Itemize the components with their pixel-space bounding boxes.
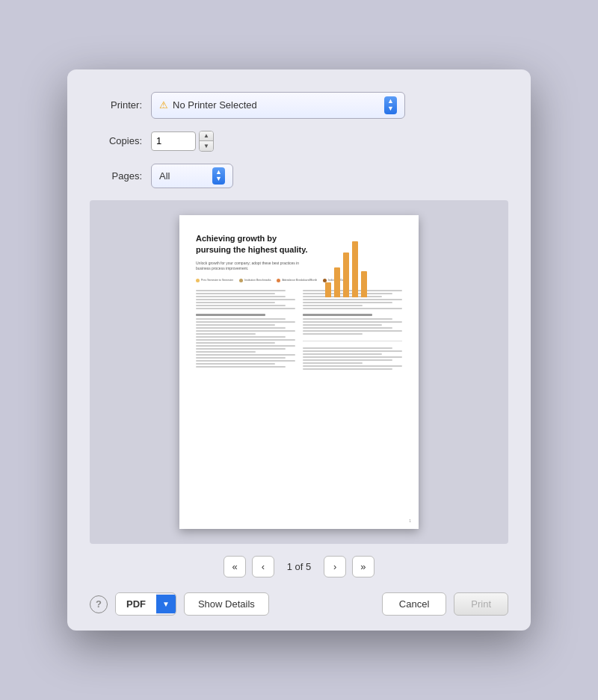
warning-icon: ⚠ — [159, 99, 168, 111]
body-line — [196, 357, 286, 359]
chart-bar — [352, 241, 358, 297]
chart-bar — [334, 267, 340, 297]
body-line — [303, 353, 382, 355]
pdf-arrow-button[interactable]: ▼ — [156, 595, 176, 613]
pages-select[interactable]: All ▲ ▼ — [151, 164, 233, 189]
printer-value: No Printer Selected — [173, 99, 378, 111]
copies-input-group: ▲ ▼ — [151, 131, 214, 152]
body-line — [196, 299, 295, 300]
chart-bar — [325, 282, 331, 297]
legend-item-3: Attendance Breakdown/Month — [277, 279, 317, 282]
preview-page-number: 1 — [409, 518, 411, 523]
cancel-button[interactable]: Cancel — [382, 592, 446, 616]
body-line — [196, 327, 286, 329]
pagination: « ‹ 1 of 5 › » — [90, 556, 508, 577]
legend-item-2: Institution Benchmarks — [239, 279, 271, 282]
body-line — [196, 305, 286, 306]
next-page-button[interactable]: › — [324, 556, 346, 577]
body-line — [196, 351, 256, 353]
body-line — [196, 318, 286, 320]
body-line — [196, 324, 275, 326]
printer-stepper[interactable]: ▲ ▼ — [384, 96, 397, 114]
preview-title: Achieving growth by pursuing the highest… — [196, 233, 309, 255]
copies-label: Copies: — [90, 135, 142, 146]
chart-group-5 — [361, 271, 367, 297]
section-heading — [196, 314, 265, 316]
body-line — [303, 330, 402, 332]
pages-down-arrow: ▼ — [215, 176, 222, 183]
first-page-button[interactable]: « — [224, 556, 245, 577]
chart-group-2 — [334, 267, 340, 297]
pdf-button-group: PDF ▼ — [115, 592, 176, 616]
preview-chart — [325, 230, 411, 297]
pages-row: Pages: All ▲ ▼ — [90, 164, 508, 189]
legend-label-2: Institution Benchmarks — [244, 279, 271, 282]
legend-dot-2 — [239, 279, 243, 282]
page-info: 1 of 5 — [280, 561, 318, 572]
page-preview: Achieving growth by pursuing the highest… — [179, 215, 419, 529]
body-line — [196, 339, 295, 341]
body-line — [303, 305, 363, 306]
printer-down-arrow: ▼ — [387, 105, 394, 113]
body-line — [303, 302, 392, 303]
printer-select[interactable]: ⚠ No Printer Selected ▲ ▼ — [151, 92, 405, 119]
body-line — [196, 354, 295, 356]
chart-bar — [361, 271, 367, 297]
print-button[interactable]: Print — [454, 592, 508, 616]
show-details-button[interactable]: Show Details — [184, 592, 269, 616]
legend-dot-1 — [196, 279, 200, 282]
printer-row: Printer: ⚠ No Printer Selected ▲ ▼ — [90, 92, 508, 119]
chart-group-4 — [352, 241, 358, 297]
body-line — [196, 366, 286, 368]
legend-dot-3 — [277, 279, 280, 282]
pages-label: Pages: — [90, 170, 142, 182]
body-line — [196, 348, 286, 350]
body-line — [196, 296, 286, 297]
preview-area: Achieving growth by pursuing the highest… — [90, 200, 508, 544]
body-line — [196, 342, 275, 344]
body-line — [303, 359, 392, 361]
legend-label-1: Prev Semester to Semester — [201, 279, 233, 282]
body-line — [196, 293, 275, 294]
prev-page-button[interactable]: ‹ — [252, 556, 274, 577]
copies-stepper[interactable]: ▲ ▼ — [199, 131, 214, 152]
copies-field[interactable] — [151, 131, 196, 151]
body-line — [196, 321, 295, 323]
preview-subtitle: Unlock growth for your company; adopt th… — [196, 261, 309, 271]
chart-group-1 — [325, 282, 331, 297]
legend-label-3: Attendance Breakdown/Month — [282, 279, 317, 282]
body-line — [196, 330, 295, 332]
pages-value: All — [159, 170, 206, 182]
bottom-bar: ? PDF ▼ Show Details Cancel Print — [90, 592, 508, 616]
preview-col-left — [196, 290, 295, 371]
printer-label: Printer: — [90, 99, 142, 111]
help-button[interactable]: ? — [90, 595, 108, 613]
body-line — [303, 308, 402, 309]
body-line — [196, 363, 275, 365]
body-line — [303, 327, 392, 329]
section-heading — [303, 314, 372, 316]
body-line — [303, 356, 402, 358]
last-page-button[interactable]: » — [352, 556, 374, 577]
body-line — [196, 308, 295, 309]
body-line — [196, 345, 295, 347]
copies-down-button[interactable]: ▼ — [200, 141, 213, 151]
body-line — [303, 362, 363, 364]
body-line — [196, 336, 286, 338]
body-line — [303, 318, 392, 320]
body-line — [303, 299, 402, 300]
pdf-label[interactable]: PDF — [116, 593, 156, 615]
copies-row: Copies: ▲ ▼ — [90, 131, 508, 152]
chart-group-3 — [343, 253, 349, 297]
body-line — [196, 290, 286, 291]
body-line — [196, 302, 275, 303]
body-line — [303, 321, 402, 323]
pages-stepper[interactable]: ▲ ▼ — [212, 167, 225, 185]
copies-up-button[interactable]: ▲ — [200, 131, 213, 141]
body-line — [303, 347, 392, 349]
body-line — [303, 368, 392, 370]
body-line — [303, 324, 382, 326]
divider — [303, 341, 402, 341]
legend-item-1: Prev Semester to Semester — [196, 279, 233, 282]
body-line — [196, 360, 295, 362]
